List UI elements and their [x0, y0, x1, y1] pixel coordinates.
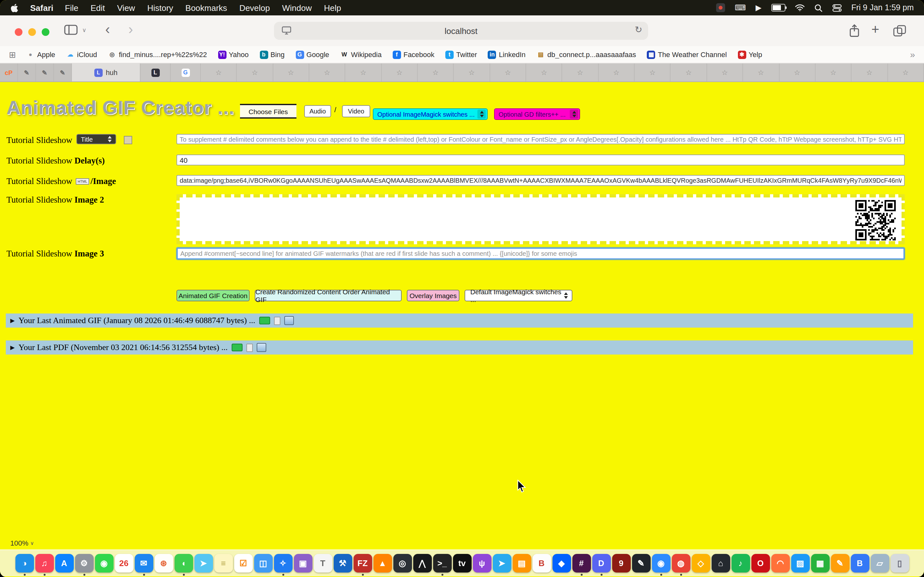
bookmarks-grid-icon[interactable]: ⊞: [9, 50, 16, 59]
dock-icon-photo-booth[interactable]: ▣: [294, 554, 312, 572]
dock-icon-slack[interactable]: #: [572, 554, 591, 572]
forward-button[interactable]: ›: [128, 23, 133, 36]
doc-icon[interactable]: [246, 343, 253, 351]
pinned-tab-compose-1[interactable]: ✎: [18, 63, 36, 81]
dock-icon-bear[interactable]: B: [532, 554, 551, 572]
dock-icon-spotify[interactable]: ♪: [731, 554, 750, 572]
menu-item[interactable]: Help: [324, 3, 341, 13]
favorite-linkedin[interactable]: in LinkedIn: [488, 50, 525, 59]
dock-icon-vlc[interactable]: ▲: [373, 554, 392, 572]
sidebar-chevron-icon[interactable]: ∨: [82, 27, 86, 33]
dock-icon-obs[interactable]: ◎: [393, 554, 412, 572]
dock-icon-messages[interactable]: ◖: [174, 554, 193, 572]
menu-item[interactable]: Window: [282, 3, 312, 13]
input-source-icon[interactable]: ⌨: [735, 3, 746, 12]
tab-empty[interactable]: ☆: [671, 63, 707, 81]
animated-gif-creation-button[interactable]: Animated GIF Creation: [176, 290, 250, 301]
tab-empty[interactable]: ☆: [599, 63, 635, 81]
tab-empty[interactable]: ☆: [237, 63, 273, 81]
tab-empty[interactable]: ☆: [888, 63, 924, 81]
favorites-overflow-chevron-icon[interactable]: »: [910, 49, 915, 60]
tab-empty[interactable]: ☆: [635, 63, 671, 81]
favorite-yahoo[interactable]: Y! Yahoo: [218, 50, 249, 59]
pinned-tab-compose-3[interactable]: ✎: [54, 63, 72, 81]
gif-preview-icon[interactable]: [259, 317, 270, 324]
grid-preview-icon[interactable]: [284, 316, 294, 325]
tab-empty[interactable]: ☆: [201, 63, 237, 81]
screen-record-icon[interactable]: [716, 3, 725, 12]
tab-empty[interactable]: ☆: [346, 63, 382, 81]
dock-icon-filezilla[interactable]: FZ: [353, 554, 372, 572]
font-colour-swatch[interactable]: [124, 136, 132, 144]
tab-overview-icon[interactable]: [893, 25, 907, 37]
menu-clock[interactable]: Fri 9 Jan 1:59 pm: [851, 3, 914, 12]
tab-empty[interactable]: ☆: [851, 63, 888, 81]
favorite-wikipedia[interactable]: W Wikipedia: [340, 50, 381, 59]
tab-empty[interactable]: ☆: [418, 63, 454, 81]
dock-icon-tv[interactable]: tv: [453, 554, 471, 572]
dock-icon-keynote[interactable]: ▨: [791, 554, 809, 572]
disclosure-triangle-icon[interactable]: ▶: [10, 318, 15, 324]
tab-empty[interactable]: ☆: [779, 63, 816, 81]
back-button[interactable]: ‹: [105, 23, 110, 36]
tab-empty[interactable]: ☆: [562, 63, 599, 81]
favorite-yelp[interactable]: ✱ Yelp: [738, 50, 762, 59]
dock-icon-firefox[interactable]: ◠: [771, 554, 790, 572]
dock-icon-chrome[interactable]: ◍: [672, 554, 690, 572]
dock-icon-safari[interactable]: ✧: [274, 554, 292, 572]
overlay-images-button[interactable]: Overlay Images: [407, 290, 459, 301]
tab-empty[interactable]: ☆: [273, 63, 309, 81]
title-select[interactable]: Title: [76, 134, 116, 144]
randomized-gif-button[interactable]: Create Randomized Content Order Animated…: [255, 290, 402, 301]
minimize-window-button[interactable]: [28, 28, 36, 36]
dock-icon-sketch[interactable]: ◇: [691, 554, 710, 572]
tab-empty[interactable]: ☆: [381, 63, 418, 81]
reload-icon[interactable]: ↻: [635, 24, 642, 35]
last-pdf-bar[interactable]: ▶ Your Last PDF (November 03 2021 06:14:…: [6, 340, 913, 355]
image3-comment-input[interactable]: [176, 247, 905, 259]
dock-icon-photos[interactable]: ⊛: [154, 554, 173, 572]
dock-icon-xcode[interactable]: ⚒: [333, 554, 352, 572]
favorite-weather-channel[interactable]: ▦ The Weather Channel: [647, 50, 727, 59]
grid-preview-icon[interactable]: [257, 343, 266, 352]
dock-icon-stocks[interactable]: ⋀: [413, 554, 431, 572]
sidebar-toggle-icon[interactable]: [64, 24, 78, 35]
pinned-tab-cpanel[interactable]: cP: [0, 63, 18, 81]
tab-empty[interactable]: ☆: [490, 63, 527, 81]
apple-menu-icon[interactable]: [10, 3, 19, 13]
dock-icon-app-store[interactable]: A: [55, 554, 73, 572]
share-icon[interactable]: [848, 24, 861, 38]
video-button[interactable]: Video: [342, 105, 370, 117]
audio-button[interactable]: Audio: [304, 105, 331, 117]
image-data-input[interactable]: [176, 175, 905, 186]
dock-icon-zoom[interactable]: ◉: [652, 554, 670, 572]
dock-icon-dropbox[interactable]: ◆: [552, 554, 571, 572]
dock-icon-pixelmator[interactable]: ✎: [632, 554, 650, 572]
dock-icon-nine[interactable]: 9: [612, 554, 630, 572]
address-bar[interactable]: localhost ↻: [274, 22, 648, 40]
default-imagemagick-select[interactable]: Default ImageMagick switches ...: [465, 290, 572, 301]
favorite-db-connect[interactable]: ▤ db_connect.p...aaasaaafaas: [536, 50, 636, 59]
tab-empty[interactable]: ☆: [707, 63, 743, 81]
dock-icon-books[interactable]: ▤: [512, 554, 531, 572]
menu-item[interactable]: Bookmarks: [186, 3, 227, 13]
dock-icon-trash[interactable]: ▯: [890, 554, 909, 572]
tab-empty[interactable]: ☆: [526, 63, 562, 81]
favorite-facebook[interactable]: f Facebook: [393, 50, 435, 59]
new-tab-button[interactable]: +: [871, 22, 879, 37]
tab-empty[interactable]: ☆: [454, 63, 490, 81]
control-center-icon[interactable]: [832, 3, 842, 12]
zoom-window-button[interactable]: [42, 28, 49, 36]
menu-app-name[interactable]: Safari: [30, 3, 53, 13]
battery-icon[interactable]: [771, 4, 785, 11]
dock-icon-settings[interactable]: ⚙: [75, 554, 94, 572]
spotlight-search-icon[interactable]: [814, 3, 822, 12]
menu-item[interactable]: File: [65, 3, 78, 13]
menu-item[interactable]: Develop: [239, 3, 270, 13]
dock-icon-numbers[interactable]: ▦: [811, 554, 829, 572]
favorite-twitter[interactable]: t Twitter: [445, 50, 477, 59]
tab-l-page[interactable]: L: [141, 63, 171, 81]
gd-filters-select[interactable]: Optional GD filters++ ...: [494, 108, 580, 120]
tab-empty[interactable]: ☆: [816, 63, 852, 81]
dock-icon-textedit[interactable]: T: [313, 554, 332, 572]
